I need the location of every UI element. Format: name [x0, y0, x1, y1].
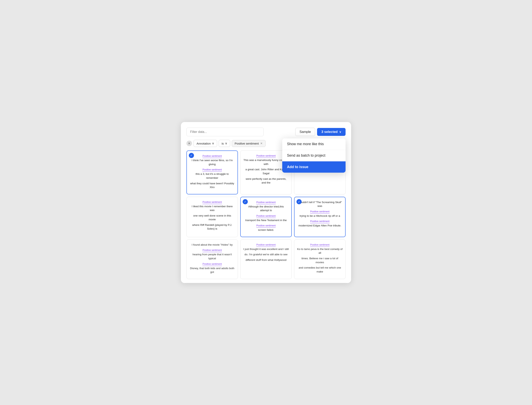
selected-button[interactable]: 3 selected ∨ — [317, 128, 345, 136]
card-text: I liked this movie I remember there was — [189, 204, 235, 212]
card-check-icon: ✓ — [297, 199, 302, 204]
annotation-block: where Riff Randell (played by P.J. Soles… — [189, 223, 235, 231]
annotation-label: Positive sentiment — [256, 155, 276, 158]
card-check-icon: ✓ — [243, 199, 248, 204]
annotation-block: times. Believe me i saw a lot of movies — [297, 256, 343, 264]
card-text: where Riff Randell (played by P.J. Soles… — [189, 223, 235, 231]
annotation-block: I couldn't tell if "The Screaming Skull"… — [297, 200, 342, 208]
send-batch-item[interactable]: Send as batch to project — [282, 150, 345, 161]
annotation-chevron-icon: ∨ — [212, 142, 214, 145]
annotation-block: Positive sentimentI liked this movie I r… — [189, 200, 235, 212]
annotation-block: Positive sentimentI just thought it was … — [243, 243, 289, 251]
filter-tag-label: Positive sentiment — [235, 142, 259, 145]
annotation-block: one very well done scene in this movie — [189, 214, 235, 222]
main-window: Sample 3 selected ∨ Show me more like th… — [181, 122, 351, 283]
annotation-block: Positive sentimentscreen failed. — [243, 224, 289, 232]
is-label: is — [222, 142, 224, 145]
card-text: different stuff from what Hollywood — [243, 258, 289, 262]
dropdown-menu: Show me more like this Send as batch to … — [282, 138, 345, 173]
annotation-block: what they could have been!! Possibly Xtr… — [190, 182, 235, 189]
annotation-label: Positive sentiment — [202, 263, 222, 266]
is-filter-select[interactable]: is ∨ — [219, 140, 230, 147]
card-5[interactable]: ✓Positive sentimentAlthough the director… — [240, 197, 292, 237]
annotation-block: Positive sentimentI think I've seen wors… — [190, 154, 235, 166]
annotation-block: Positive sentimentthis a 3, but it's a s… — [190, 168, 235, 180]
annotation-label: Positive sentiment — [310, 220, 329, 223]
chevron-down-icon: ∨ — [339, 130, 341, 134]
header-right: Sample 3 selected ∨ Show me more like th… — [295, 128, 345, 136]
annotation-block: a great cast. John Ritter and Katey Saga… — [243, 168, 289, 175]
card-text: do. I'm grateful we're still able to see — [243, 253, 289, 256]
annotation-block: Positive sentimenttrying to be a Hitchco… — [297, 210, 342, 218]
header-row: Sample 3 selected ∨ Show me more like th… — [187, 128, 345, 136]
card-text: screen failed. — [243, 228, 289, 232]
filter-close-button[interactable]: ✕ — [187, 141, 192, 146]
card-9[interactable]: Positive sentimentKo to tamo peva is the… — [294, 239, 345, 279]
card-text: I just thought it was excellent and I st… — [243, 247, 289, 251]
annotation-label: Positive sentiment — [202, 168, 222, 172]
card-4[interactable]: Positive sentimentI liked this movie I r… — [187, 197, 238, 237]
show-more-like-this-item[interactable]: Show me more like this — [282, 138, 345, 150]
card-text: Disney, that both kids and adults both g… — [189, 266, 235, 274]
is-chevron-icon: ∨ — [225, 142, 227, 145]
card-7[interactable]: I found about the movie "Holes" byPositi… — [187, 239, 238, 279]
card-1[interactable]: ✓Positive sentimentI think I've seen wor… — [187, 150, 238, 194]
annotation-label: Positive sentiment — [310, 243, 329, 247]
card-text: I think I've seen worse films, so I'm gi… — [190, 158, 235, 166]
annotation-block: different stuff from what Hollywood — [243, 258, 289, 262]
annotation-filter-select[interactable]: Annotation ∨ — [193, 140, 217, 147]
selected-label: 3 selected — [321, 130, 338, 134]
card-text: a great cast. John Ritter and Katey Saga… — [243, 168, 289, 175]
annotation-label: Positive sentiment — [202, 201, 222, 204]
annotation-block: Positive sentimentmodernized Edgar Allen… — [297, 219, 342, 228]
card-text: This was a marvelously funny comedy with — [243, 158, 289, 166]
annotation-block: and comedies but tell me which one make — [297, 266, 343, 273]
annotation-label: Positive sentiment — [256, 201, 276, 204]
add-to-issue-item[interactable]: Add to issue — [282, 161, 345, 173]
annotation-block: do. I'm grateful we're still able to see — [243, 253, 289, 256]
annotation-label: Positive sentiment — [202, 155, 222, 158]
annotation-block: Positive sentimenthearing from people th… — [189, 248, 235, 260]
card-text: times. Believe me i saw a lot of movies — [297, 256, 343, 264]
card-text: Ko to tamo peva is the best comedy of al… — [297, 247, 343, 255]
card-8[interactable]: Positive sentimentI just thought it was … — [240, 239, 292, 279]
card-text: trying to be a Hitchcock rip off or a — [297, 214, 342, 218]
card-text: one very well done scene in this movie — [189, 214, 235, 222]
card-text: and comedies but tell me which one make — [297, 266, 343, 273]
annotation-label: Positive sentiment — [310, 210, 329, 214]
filter-tag: Positive sentiment ✕ — [232, 140, 266, 147]
card-text: modernized Edgar Allen Poe tribute. — [297, 224, 342, 228]
annotation-label: Annotation — [197, 142, 211, 145]
card-text: Although the director tried,this attempt… — [243, 205, 289, 212]
card-text: this a 3, but it's a struggle to remembe… — [190, 172, 235, 180]
annotation-block: Positive sentimenttransport the New Test… — [243, 214, 289, 222]
annotation-label: Positive sentiment — [256, 243, 276, 247]
card-text: I couldn't tell if "The Screaming Skull"… — [297, 200, 342, 208]
filter-tag-close-icon[interactable]: ✕ — [260, 142, 263, 145]
annotation-block: Positive sentimentDisney, that both kids… — [189, 262, 235, 274]
annotation-block: were perfectly cast as the parents, and … — [243, 177, 289, 185]
annotation-label: Positive sentiment — [256, 215, 276, 218]
annotation-block: I found about the movie "Holes" by — [189, 243, 235, 247]
card-text: were perfectly cast as the parents, and … — [243, 177, 289, 185]
annotation-block: Positive sentimentAlthough the director … — [243, 200, 289, 212]
card-text: transport the New Testament in the — [243, 218, 289, 222]
card-text: what they could have been!! Possibly Xtr… — [190, 182, 235, 189]
annotation-label: Positive sentiment — [202, 249, 222, 252]
sample-button[interactable]: Sample — [295, 128, 315, 136]
annotation-block: Positive sentimentThis was a marvelously… — [243, 154, 289, 166]
annotation-label: Positive sentiment — [256, 224, 276, 228]
annotation-block: Positive sentimentKo to tamo peva is the… — [297, 243, 343, 255]
filter-input[interactable] — [187, 128, 264, 136]
card-text: I found about the movie "Holes" by — [189, 243, 235, 247]
card-text: hearing from people that it wasn't typic… — [189, 253, 235, 260]
card-6[interactable]: ✓I couldn't tell if "The Screaming Skull… — [294, 197, 345, 237]
